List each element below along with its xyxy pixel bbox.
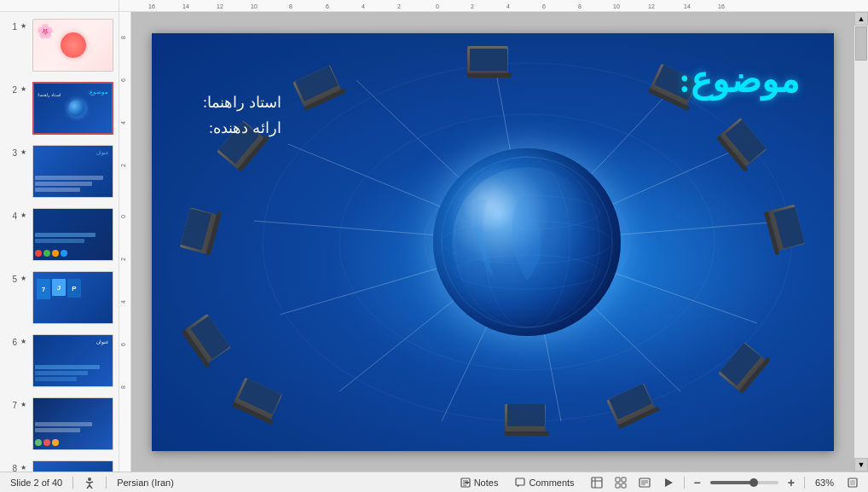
svg-rect-62 xyxy=(616,478,620,482)
slide-panel[interactable]: 1 ★ 🌸 2 ★ xyxy=(0,12,119,472)
reading-view-btn[interactable] xyxy=(636,476,653,489)
slideshow-btn[interactable] xyxy=(660,476,677,489)
slide-number-4: 4 xyxy=(5,211,17,221)
zoom-percent-item[interactable]: 63% xyxy=(812,478,837,488)
slide-thumb-6[interactable]: عنوان xyxy=(32,334,113,387)
slide-thumb-4[interactable] xyxy=(32,208,113,261)
slide-main-title: موضوع: xyxy=(679,59,800,101)
separator-4 xyxy=(804,477,805,489)
slide-thumb-8[interactable] xyxy=(32,460,113,472)
slide-star-2: ★ xyxy=(20,85,29,93)
svg-text:4: 4 xyxy=(120,300,126,304)
right-scrollbar[interactable]: ▲ ▼ xyxy=(854,12,868,472)
slide-item-7[interactable]: 7 ★ xyxy=(3,396,115,452)
svg-text:2: 2 xyxy=(120,164,126,167)
svg-text:8: 8 xyxy=(120,36,126,39)
ruler-top-svg: 16 14 12 10 8 6 4 2 0 2 4 6 8 10 12 14 1… xyxy=(131,0,854,11)
slide-star-4: ★ xyxy=(20,211,29,219)
fit-page-btn[interactable] xyxy=(844,476,861,489)
slide-thumb-7[interactable] xyxy=(32,397,113,450)
slide-item-8[interactable]: 8 ★ xyxy=(3,459,115,472)
ruler-top: 16 14 12 10 8 6 4 2 0 2 4 6 8 10 12 14 1… xyxy=(131,0,854,11)
slide-number-8: 8 xyxy=(5,464,17,472)
laptop-bottom xyxy=(505,402,549,436)
slide-number-5: 5 xyxy=(5,275,17,284)
slide-item-4[interactable]: 4 ★ xyxy=(3,206,115,263)
svg-text:2: 2 xyxy=(120,258,126,261)
slide-item-6[interactable]: 6 ★ عنوان xyxy=(3,333,115,389)
scroll-track[interactable] xyxy=(854,26,868,458)
svg-text:2: 2 xyxy=(471,3,474,9)
svg-text:10: 10 xyxy=(251,3,258,9)
slide-number-3: 3 xyxy=(5,148,17,158)
zoom-out-btn[interactable]: − xyxy=(692,476,703,489)
zoom-slider[interactable] xyxy=(710,481,778,484)
status-left: Slide 2 of 40 Persian (Iran) xyxy=(7,477,447,489)
slide-star-1: ★ xyxy=(20,22,29,30)
slide-sorter-icon xyxy=(615,477,627,489)
slide-sorter-btn[interactable] xyxy=(612,476,629,489)
slide-thumb-3[interactable]: عنوان xyxy=(32,145,113,198)
svg-point-44 xyxy=(442,157,612,327)
slide-star-6: ★ xyxy=(20,338,29,345)
status-right: − + 63% xyxy=(588,476,861,489)
svg-text:16: 16 xyxy=(718,3,725,9)
zoom-in-btn[interactable]: + xyxy=(785,476,797,489)
globe-svg xyxy=(433,148,621,336)
slide-number-7: 7 xyxy=(5,401,17,410)
accessibility-item[interactable] xyxy=(80,477,99,489)
reading-view-icon xyxy=(639,477,651,489)
slide-item-5[interactable]: 5 ★ 7 J P xyxy=(3,269,115,326)
comments-btn[interactable]: Comments xyxy=(512,478,577,488)
svg-text:10: 10 xyxy=(613,3,620,9)
app-container: 16 14 12 10 8 6 4 2 0 2 4 6 8 10 12 14 1… xyxy=(0,0,868,492)
svg-text:6: 6 xyxy=(542,3,546,9)
separator-3 xyxy=(684,477,685,489)
slide-thumb-5[interactable]: 7 J P xyxy=(32,271,113,324)
globe xyxy=(433,148,621,336)
scroll-thumb[interactable] xyxy=(855,26,867,61)
separator-1 xyxy=(72,477,73,489)
svg-text:4: 4 xyxy=(120,121,126,124)
status-center: Notes Comments xyxy=(457,478,578,488)
svg-text:2: 2 xyxy=(397,3,401,9)
svg-point-50 xyxy=(88,478,91,481)
canvas-area[interactable]: موضوع: استاد راهنما: ارائه دهنده: xyxy=(131,12,854,472)
normal-view-icon xyxy=(591,477,603,489)
scroll-up-btn[interactable]: ▲ xyxy=(854,12,868,26)
scroll-down-btn[interactable]: ▼ xyxy=(854,458,868,472)
svg-text:8: 8 xyxy=(289,3,292,9)
normal-view-btn[interactable] xyxy=(588,476,605,489)
slide-thumb-1[interactable]: 🌸 xyxy=(32,19,113,72)
svg-text:16: 16 xyxy=(148,3,155,9)
ruler-left: 8 6 4 2 0 2 4 6 8 xyxy=(119,12,131,472)
svg-text:12: 12 xyxy=(648,3,655,9)
notes-icon xyxy=(460,478,471,488)
svg-text:8: 8 xyxy=(120,385,126,389)
slide-number-1: 1 xyxy=(5,22,17,32)
main-area: 1 ★ 🌸 2 ★ xyxy=(0,12,868,472)
slide-thumb-2[interactable]: موضوع: استاد راهنما: xyxy=(32,82,113,135)
svg-text:4: 4 xyxy=(506,3,510,9)
slide-star-8: ★ xyxy=(20,464,29,472)
thumb-title-text: موضوع: xyxy=(88,89,108,96)
language-item[interactable]: Persian (Iran) xyxy=(113,478,177,488)
svg-point-49 xyxy=(454,255,599,289)
slide-item-2[interactable]: 2 ★ موضوع: استاد راهنما: xyxy=(3,80,115,136)
slide-item-3[interactable]: 3 ★ عنوان xyxy=(3,143,115,200)
svg-text:6: 6 xyxy=(326,3,329,9)
svg-rect-63 xyxy=(622,478,626,482)
svg-rect-65 xyxy=(622,483,626,488)
slide-info-text: Slide 2 of 40 xyxy=(10,478,62,488)
svg-text:6: 6 xyxy=(120,343,126,346)
svg-point-45 xyxy=(484,157,570,327)
svg-text:0: 0 xyxy=(436,3,439,9)
status-bar: Slide 2 of 40 Persian (Iran) xyxy=(0,472,868,492)
svg-text:12: 12 xyxy=(217,3,223,9)
svg-rect-58 xyxy=(516,478,524,485)
zoom-percent-text: 63% xyxy=(815,478,834,488)
slide-star-7: ★ xyxy=(20,401,29,408)
svg-rect-71 xyxy=(850,480,855,485)
slide-item-1[interactable]: 1 ★ 🌸 xyxy=(3,17,115,73)
notes-btn[interactable]: Notes xyxy=(457,478,502,488)
